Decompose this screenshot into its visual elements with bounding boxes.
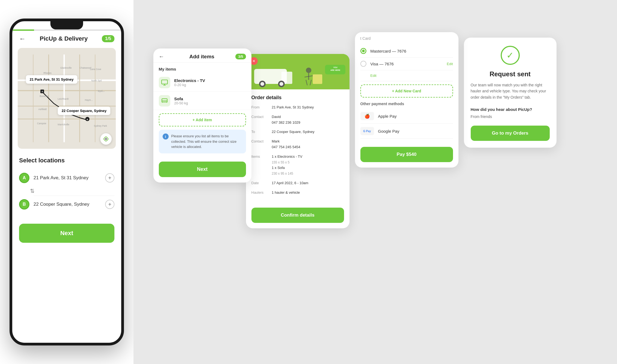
order-date-label: Date <box>251 180 269 186</box>
order-contact-to-label: Contact <box>251 139 269 150</box>
card-add-items-back-icon[interactable]: ← <box>159 53 164 60</box>
location-row-a: A 21 Park Ave, St 31 Sydney + <box>19 169 114 186</box>
svg-text:YOU: YOU <box>333 66 337 68</box>
item-tv-info: Electronics - TV 0-20 kg <box>174 78 246 87</box>
order-to-label: To <box>251 129 269 135</box>
add-card-button[interactable]: + Add New Card <box>360 84 453 98</box>
card-add-items-title: Add items <box>168 54 236 60</box>
map-svg: Sydney Olympic Park Rhodes Gladesville C… <box>18 48 116 149</box>
hear-about-value: From friends <box>471 114 550 119</box>
item-row-tv: Electronics - TV 0-20 kg <box>153 74 251 92</box>
svg-rect-44 <box>313 74 322 84</box>
order-contact-from-value: David 047 382 236 1029 <box>272 114 344 126</box>
go-orders-button[interactable]: Go to my Orders <box>471 126 550 141</box>
edit-link-2[interactable]: Edit <box>370 74 376 78</box>
item-sofa-info: Sofa 20-50 kg <box>174 96 246 105</box>
location-badge-a: A <box>19 173 29 183</box>
svg-point-36 <box>260 82 264 86</box>
mastercard-label: Mastercard — 7676 <box>370 49 453 53</box>
svg-point-29 <box>105 138 107 140</box>
location-badge-b: B <box>19 199 29 210</box>
card-order-details: ✕ <box>246 54 349 228</box>
edit-link-1[interactable]: Edit <box>447 62 453 66</box>
order-haulers-value: 1 hauler & vehicle <box>272 190 344 196</box>
card-add-items-header: ← Add items 3/5 <box>153 48 251 63</box>
add-location-b-button[interactable]: + <box>105 200 114 209</box>
phone-mockup: ← PicUp & Delivery 1/5 <box>10 19 124 345</box>
info-box: i Please ensure you list all items to be… <box>159 130 246 153</box>
success-check-icon: ✓ <box>501 46 520 65</box>
svg-point-38 <box>279 82 283 86</box>
cards-container: ← Add items 3/5 My items <box>137 32 614 332</box>
svg-text:Chatswood: Chatswood <box>80 66 91 69</box>
phone-notch <box>50 21 83 29</box>
apple-pay-label: Apple Pay <box>378 114 453 119</box>
select-locations: Select locations A 21 Park Ave, St 31 Sy… <box>12 151 121 218</box>
add-item-button[interactable]: + Add item <box>159 113 246 126</box>
item-sofa-icon <box>159 95 170 107</box>
order-contact-from-label: Contact <box>251 114 269 126</box>
left-panel: ← PicUp & Delivery 1/5 <box>0 0 133 364</box>
svg-point-30 <box>104 137 108 141</box>
order-contact-to-value: Mark 047 754 245 5454 <box>272 139 344 150</box>
gps-button[interactable] <box>100 133 112 145</box>
confirm-details-button[interactable]: Confirm details <box>251 208 344 223</box>
payment-section: t Card Mastercard — 7676 Visa — 7676 Edi… <box>355 32 458 143</box>
order-haulers-row: Haulers 1 hauler & vehicle <box>251 190 344 196</box>
pay-button[interactable]: Pay $540 <box>360 147 453 162</box>
order-from-value: 21 Park Ave, St 31 Sydney <box>272 105 344 110</box>
apple-pay-option[interactable]: 🍎 Apple Pay <box>360 109 453 124</box>
map-to-tooltip: 22 Cooper Square, Sydney <box>58 107 110 115</box>
order-items-row: Items 1 x Electronics - TV 155 x 55 x 5 … <box>251 154 344 177</box>
request-sent-desc: Our team will now match you with the rig… <box>471 82 550 100</box>
svg-text:North Syd: North Syd <box>91 79 102 82</box>
item-row-sofa: Sofa 20-50 kg <box>153 92 251 110</box>
payment-card-label: t Card <box>360 36 453 41</box>
svg-text:Marrickville: Marrickville <box>58 123 69 126</box>
visa-option[interactable]: Visa — 7676 Edit <box>360 57 453 70</box>
order-from-label: From <box>251 105 269 110</box>
info-icon: i <box>163 134 169 139</box>
order-contact-from-row: Contact David 047 382 236 1029 <box>251 114 344 126</box>
right-panel: ← Add items 3/5 My items <box>133 0 617 364</box>
svg-text:Haym...: Haym... <box>85 99 93 101</box>
order-date-row: Date 17 April 2022, 6 - 10am <box>251 180 344 186</box>
svg-rect-31 <box>162 80 168 84</box>
app-title: PicUp & Delivery <box>40 35 88 42</box>
location-row-b: B 22 Cooper Square, Sydney + <box>19 196 114 213</box>
step-badge: 1/5 <box>102 35 114 42</box>
svg-text:Burwood: Burwood <box>40 95 49 98</box>
add-location-a-button[interactable]: + <box>105 173 114 183</box>
item-sofa-weight: 20-50 kg <box>174 101 246 105</box>
item-tv-icon <box>159 77 170 88</box>
info-text: Please ensure you list all items to be c… <box>171 134 242 150</box>
google-pay-option[interactable]: G Pay Google Pay <box>360 124 453 139</box>
location-a-text: 21 Park Ave, St 31 Sydney <box>34 175 101 181</box>
phone-inner: ← PicUp & Delivery 1/5 <box>12 21 121 343</box>
order-to-value: 22 Cooper Square, Sydney <box>272 129 344 135</box>
visa-edit-row: Edit <box>360 70 453 81</box>
mastercard-option[interactable]: Mastercard — 7676 <box>360 45 453 57</box>
card-add-items: ← Add items 3/5 My items <box>153 48 251 183</box>
svg-text:Gladesville: Gladesville <box>60 66 72 69</box>
phone-header: ← PicUp & Delivery 1/5 <box>12 31 121 45</box>
order-date-value: 17 April 2022, 6 - 10am <box>272 180 344 186</box>
my-items-label: My items <box>153 63 251 74</box>
back-arrow-icon[interactable]: ← <box>19 35 26 43</box>
google-pay-icon: G Pay <box>360 127 374 135</box>
next-button[interactable]: Next <box>19 224 114 243</box>
svg-text:Lane Cove: Lane Cove <box>90 68 101 71</box>
map-area: Sydney Olympic Park Rhodes Gladesville C… <box>18 48 116 149</box>
order-from-row: From 21 Park Ave, St 31 Sydney <box>251 105 344 110</box>
svg-text:Leichhardt: Leichhardt <box>58 98 69 100</box>
item-tv-weight: 0-20 kg <box>174 83 246 87</box>
visa-radio <box>360 61 366 67</box>
visa-label: Visa — 7676 <box>370 62 443 66</box>
item-sofa-name: Sofa <box>174 96 246 101</box>
card-add-items-next-button[interactable]: Next <box>159 162 246 177</box>
order-details-section: Order details From 21 Park Ave, St 31 Sy… <box>246 89 349 205</box>
swap-icon[interactable]: ⇅ <box>19 186 112 196</box>
order-section-title: Order details <box>251 95 344 101</box>
request-sent-title: Request sent <box>471 70 550 78</box>
order-items-label: Items <box>251 154 269 177</box>
